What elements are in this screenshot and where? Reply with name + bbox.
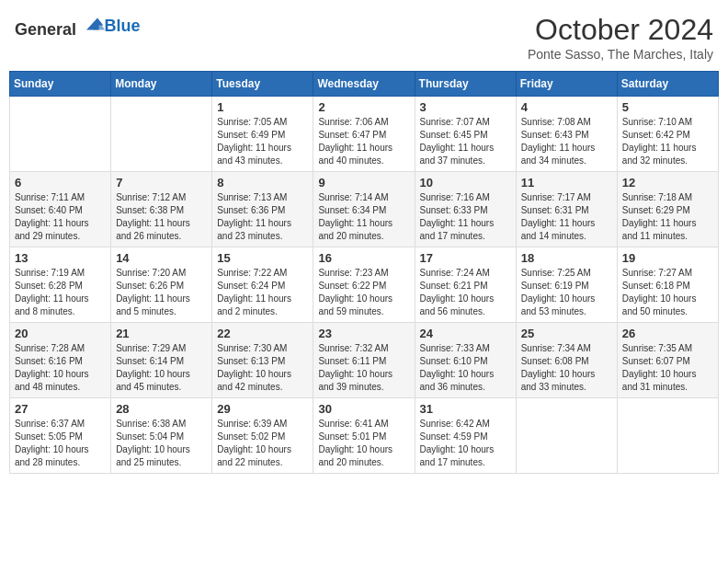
day-info: Sunrise: 7:28 AMSunset: 6:16 PMDaylight:… [15,342,106,394]
calendar-cell: 19Sunrise: 7:27 AMSunset: 6:18 PMDayligh… [617,247,718,323]
calendar-cell: 11Sunrise: 7:17 AMSunset: 6:31 PMDayligh… [516,172,617,247]
day-info: Sunrise: 7:25 AMSunset: 6:19 PMDaylight:… [521,267,612,318]
day-number: 2 [318,100,409,114]
day-number: 27 [15,402,106,416]
calendar-cell: 25Sunrise: 7:34 AMSunset: 6:08 PMDayligh… [516,323,617,398]
day-info: Sunrise: 7:05 AMSunset: 6:49 PMDaylight:… [217,116,308,167]
day-number: 26 [622,327,713,340]
day-info: Sunrise: 7:35 AMSunset: 6:07 PMDaylight:… [622,342,713,394]
day-number: 23 [318,327,409,340]
calendar-cell: 1Sunrise: 7:05 AMSunset: 6:49 PMDaylight… [212,97,313,172]
day-info: Sunrise: 7:07 AMSunset: 6:45 PMDaylight:… [420,116,511,167]
weekday-header: Tuesday [212,72,313,97]
day-info: Sunrise: 6:42 AMSunset: 4:59 PMDaylight:… [420,418,511,469]
day-number: 30 [318,402,409,416]
day-number: 31 [420,402,511,416]
calendar-cell: 18Sunrise: 7:25 AMSunset: 6:19 PMDayligh… [516,247,617,323]
day-info: Sunrise: 7:17 AMSunset: 6:31 PMDaylight:… [521,191,612,243]
calendar-cell: 29Sunrise: 6:39 AMSunset: 5:02 PMDayligh… [212,398,313,474]
day-info: Sunrise: 7:30 AMSunset: 6:13 PMDaylight:… [217,342,308,394]
day-number: 7 [116,176,207,190]
day-info: Sunrise: 7:06 AMSunset: 6:47 PMDaylight:… [318,116,409,167]
day-number: 25 [521,327,612,340]
weekday-header: Monday [111,72,212,97]
page-header: General Blue October 2024 Ponte Sasso, T… [9,9,719,65]
day-info: Sunrise: 7:14 AMSunset: 6:34 PMDaylight:… [318,191,409,243]
calendar-cell: 26Sunrise: 7:35 AMSunset: 6:07 PMDayligh… [617,323,718,398]
logo-general: General [15,20,76,39]
calendar-cell: 27Sunrise: 6:37 AMSunset: 5:05 PMDayligh… [10,398,111,474]
day-number: 19 [622,251,713,265]
calendar-table: SundayMondayTuesdayWednesdayThursdayFrid… [9,71,719,474]
calendar-cell: 6Sunrise: 7:11 AMSunset: 6:40 PMDaylight… [10,172,111,247]
day-number: 16 [318,251,409,265]
weekday-header: Friday [516,72,617,97]
calendar-cell: 13Sunrise: 7:19 AMSunset: 6:28 PMDayligh… [10,247,111,323]
day-info: Sunrise: 7:33 AMSunset: 6:10 PMDaylight:… [420,342,511,394]
day-number: 12 [622,176,713,190]
weekday-header: Wednesday [313,72,415,97]
calendar-cell: 12Sunrise: 7:18 AMSunset: 6:29 PMDayligh… [617,172,718,247]
day-info: Sunrise: 7:29 AMSunset: 6:14 PMDaylight:… [116,342,207,394]
calendar-week-row: 13Sunrise: 7:19 AMSunset: 6:28 PMDayligh… [10,247,719,323]
day-number: 14 [116,251,207,265]
day-info: Sunrise: 7:20 AMSunset: 6:26 PMDaylight:… [116,267,207,318]
calendar-cell: 16Sunrise: 7:23 AMSunset: 6:22 PMDayligh… [313,247,415,323]
calendar-week-row: 27Sunrise: 6:37 AMSunset: 5:05 PMDayligh… [10,398,719,474]
day-info: Sunrise: 7:12 AMSunset: 6:38 PMDaylight:… [116,191,207,243]
day-info: Sunrise: 7:08 AMSunset: 6:43 PMDaylight:… [521,116,612,167]
day-info: Sunrise: 7:19 AMSunset: 6:28 PMDaylight:… [15,267,106,318]
day-info: Sunrise: 7:22 AMSunset: 6:24 PMDaylight:… [217,267,308,318]
calendar-cell: 15Sunrise: 7:22 AMSunset: 6:24 PMDayligh… [212,247,313,323]
calendar-cell: 4Sunrise: 7:08 AMSunset: 6:43 PMDaylight… [516,97,617,172]
day-number: 1 [217,100,308,114]
day-info: Sunrise: 7:23 AMSunset: 6:22 PMDaylight:… [318,267,409,318]
day-number: 8 [217,176,308,190]
calendar-cell: 5Sunrise: 7:10 AMSunset: 6:42 PMDaylight… [617,97,718,172]
day-info: Sunrise: 6:38 AMSunset: 5:04 PMDaylight:… [116,418,207,469]
day-info: Sunrise: 7:18 AMSunset: 6:29 PMDaylight:… [622,191,713,243]
calendar-cell: 9Sunrise: 7:14 AMSunset: 6:34 PMDaylight… [313,172,415,247]
calendar-cell: 28Sunrise: 6:38 AMSunset: 5:04 PMDayligh… [111,398,212,474]
day-number: 18 [521,251,612,265]
calendar-cell: 20Sunrise: 7:28 AMSunset: 6:16 PMDayligh… [10,323,111,398]
day-number: 9 [318,176,409,190]
calendar-cell [10,97,111,172]
day-number: 17 [420,251,511,265]
day-info: Sunrise: 7:27 AMSunset: 6:18 PMDaylight:… [622,267,713,318]
calendar-cell: 14Sunrise: 7:20 AMSunset: 6:26 PMDayligh… [111,247,212,323]
calendar-cell: 3Sunrise: 7:07 AMSunset: 6:45 PMDaylight… [415,97,516,172]
weekday-header: Sunday [10,72,111,97]
day-number: 11 [521,176,612,190]
day-number: 13 [15,251,106,265]
day-number: 22 [217,327,308,340]
day-number: 28 [116,402,207,416]
calendar-week-row: 20Sunrise: 7:28 AMSunset: 6:16 PMDayligh… [10,323,719,398]
calendar-cell: 22Sunrise: 7:30 AMSunset: 6:13 PMDayligh… [212,323,313,398]
month-title: October 2024 [528,13,713,47]
day-info: Sunrise: 7:13 AMSunset: 6:36 PMDaylight:… [217,191,308,243]
day-number: 10 [420,176,511,190]
day-info: Sunrise: 7:32 AMSunset: 6:11 PMDaylight:… [318,342,409,394]
calendar-cell: 17Sunrise: 7:24 AMSunset: 6:21 PMDayligh… [415,247,516,323]
day-number: 21 [116,327,207,340]
calendar-cell: 21Sunrise: 7:29 AMSunset: 6:14 PMDayligh… [111,323,212,398]
day-info: Sunrise: 7:24 AMSunset: 6:21 PMDaylight:… [420,267,511,318]
day-number: 29 [217,402,308,416]
weekday-header: Thursday [415,72,516,97]
calendar-cell: 31Sunrise: 6:42 AMSunset: 4:59 PMDayligh… [415,398,516,474]
day-number: 15 [217,251,308,265]
calendar-cell: 2Sunrise: 7:06 AMSunset: 6:47 PMDaylight… [313,97,415,172]
calendar-cell [111,97,212,172]
calendar-week-row: 6Sunrise: 7:11 AMSunset: 6:40 PMDaylight… [10,172,719,247]
day-info: Sunrise: 6:39 AMSunset: 5:02 PMDaylight:… [217,418,308,469]
weekday-header-row: SundayMondayTuesdayWednesdayThursdayFrid… [10,72,719,97]
calendar-cell [617,398,718,474]
logo-blue: Blue [105,17,141,35]
calendar-cell: 8Sunrise: 7:13 AMSunset: 6:36 PMDaylight… [212,172,313,247]
calendar-cell: 30Sunrise: 6:41 AMSunset: 5:01 PMDayligh… [313,398,415,474]
day-number: 3 [420,100,511,114]
calendar-cell: 23Sunrise: 7:32 AMSunset: 6:11 PMDayligh… [313,323,415,398]
day-info: Sunrise: 7:10 AMSunset: 6:42 PMDaylight:… [622,116,713,167]
calendar-cell: 24Sunrise: 7:33 AMSunset: 6:10 PMDayligh… [415,323,516,398]
